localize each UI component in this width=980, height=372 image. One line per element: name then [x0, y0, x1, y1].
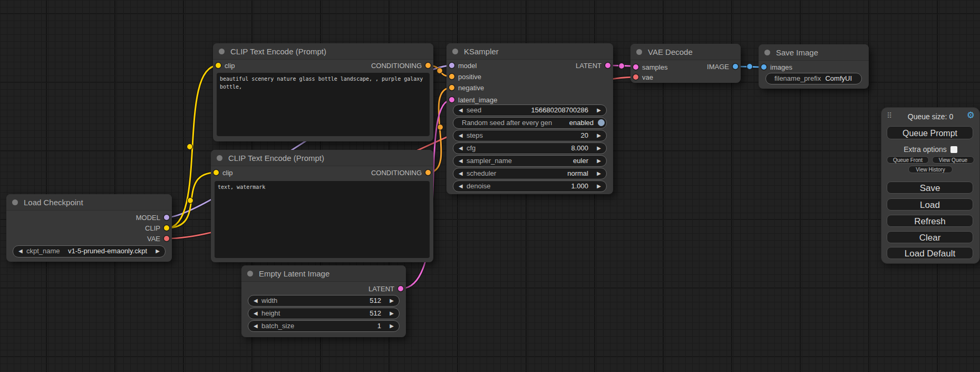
node-clip-text-encode-positive[interactable]: CLIP Text Encode (Prompt) clip CONDITION… [213, 43, 433, 141]
port-dot-conditioning[interactable] [425, 63, 431, 68]
widget-scheduler[interactable]: ◀ scheduler normal ▶ [453, 168, 607, 179]
collapse-dot-icon[interactable] [452, 49, 458, 54]
increment-arrow-icon[interactable]: ▶ [390, 295, 394, 306]
node-ksampler[interactable]: KSampler model LATENT positive negative … [447, 43, 613, 194]
decrement-arrow-icon[interactable]: ◀ [459, 168, 463, 179]
widget-value[interactable]: v1-5-pruned-emaonly.ckpt [68, 246, 147, 256]
widget-cfg[interactable]: ◀ cfg 8.000 ▶ [453, 142, 607, 154]
node-title: CLIP Text Encode (Prompt) [230, 47, 326, 56]
widget-value[interactable]: ComfyUI [825, 73, 852, 84]
node-empty-latent-image[interactable]: Empty Latent Image LATENT ◀ width 512 ▶ … [241, 265, 406, 337]
widget-ckpt-name[interactable]: ◀ ckpt_name v1-5-pruned-emaonly.ckpt ▶ [13, 245, 166, 257]
decrement-arrow-icon[interactable]: ◀ [459, 130, 463, 141]
queue-front-button[interactable]: Queue Front [887, 156, 929, 164]
node-clip-text-encode-negative[interactable]: CLIP Text Encode (Prompt) clip CONDITION… [211, 150, 433, 262]
port-dot-latent[interactable] [605, 63, 610, 68]
widget-value[interactable]: 8.000 [571, 143, 588, 154]
clear-button[interactable]: Clear [887, 231, 973, 243]
view-history-button[interactable]: View History [908, 166, 953, 173]
collapse-dot-icon[interactable] [12, 199, 18, 205]
node-load-checkpoint[interactable]: Load Checkpoint MODEL CLIP VAE ◀ ckpt_na… [6, 194, 172, 262]
port-dot-conditioning[interactable] [425, 170, 431, 175]
widget-random-seed-toggle[interactable]: Random seed after every gen enabled [453, 117, 607, 129]
decrement-arrow-icon[interactable]: ◀ [254, 295, 258, 306]
widget-steps[interactable]: ◀ steps 20 ▶ [453, 130, 607, 141]
node-title: Save Image [776, 48, 818, 57]
widget-sampler-name[interactable]: ◀ sampler_name euler ▶ [453, 155, 607, 167]
widget-value[interactable]: 1 [377, 321, 381, 331]
link-dot-latent [619, 63, 625, 69]
settings-gear-icon[interactable]: ⚙ [967, 111, 975, 120]
increment-arrow-icon[interactable]: ▶ [390, 321, 394, 331]
widget-filename-prefix[interactable]: filename_prefix ComfyUI [765, 73, 862, 84]
node-title-bar[interactable]: VAE Decode [630, 44, 741, 60]
widget-denoise[interactable]: ◀ denoise 1.000 ▶ [453, 180, 607, 192]
increment-arrow-icon[interactable]: ▶ [597, 168, 601, 179]
load-default-button[interactable]: Load Default [887, 247, 973, 259]
port-dot-clip[interactable] [164, 225, 169, 231]
node-title-bar[interactable]: Save Image [759, 44, 869, 61]
queue-prompt-button[interactable]: Queue Prompt [887, 126, 973, 139]
prompt-textarea[interactable]: beautiful scenery nature glass bottle la… [217, 73, 430, 136]
node-title-bar[interactable]: KSampler [447, 43, 613, 60]
refresh-button[interactable]: Refresh [887, 215, 973, 227]
widget-value[interactable]: 1.000 [571, 181, 588, 192]
increment-arrow-icon[interactable]: ▶ [390, 308, 394, 319]
decrement-arrow-icon[interactable]: ◀ [254, 321, 258, 331]
decrement-arrow-icon[interactable]: ◀ [459, 181, 463, 192]
collapse-dot-icon[interactable] [219, 49, 225, 54]
widget-value[interactable]: 512 [370, 295, 381, 306]
toggle-enabled-icon[interactable] [598, 119, 605, 126]
increment-arrow-icon[interactable]: ▶ [597, 143, 601, 154]
decrement-arrow-icon[interactable]: ◀ [18, 246, 23, 256]
port-dot-vae[interactable] [633, 74, 638, 80]
widget-value[interactable]: enabled [569, 118, 594, 128]
save-button[interactable]: Save [887, 182, 973, 194]
widget-value[interactable]: 20 [581, 130, 588, 141]
link-dot-negative [438, 125, 443, 130]
collapse-dot-icon[interactable] [217, 155, 222, 161]
decrement-arrow-icon[interactable]: ◀ [459, 143, 463, 154]
port-dot-latent[interactable] [398, 286, 403, 291]
port-dot-image[interactable] [761, 64, 766, 70]
node-title-bar[interactable]: Empty Latent Image [241, 265, 406, 282]
port-dot-model[interactable] [164, 215, 169, 220]
node-title-bar[interactable]: Load Checkpoint [6, 194, 172, 211]
widget-value[interactable]: normal [567, 168, 588, 179]
widget-value[interactable]: euler [573, 156, 588, 166]
port-dot-image[interactable] [733, 64, 738, 69]
port-dot-vae[interactable] [164, 236, 169, 241]
extra-options-checkbox[interactable] [950, 146, 957, 153]
node-title-bar[interactable]: CLIP Text Encode (Prompt) [213, 43, 433, 60]
collapse-dot-icon[interactable] [764, 50, 770, 55]
decrement-arrow-icon[interactable]: ◀ [254, 308, 258, 319]
node-title-bar[interactable]: CLIP Text Encode (Prompt) [211, 150, 433, 166]
port-dot-conditioning[interactable] [449, 74, 454, 79]
node-vae-decode[interactable]: VAE Decode samples IMAGE vae [630, 44, 741, 83]
increment-arrow-icon[interactable]: ▶ [597, 156, 601, 166]
port-dot-conditioning[interactable] [449, 85, 454, 90]
widget-value[interactable]: 156680208700286 [531, 105, 588, 116]
widget-seed[interactable]: ◀ seed 156680208700286 ▶ [453, 104, 607, 116]
increment-arrow-icon[interactable]: ▶ [597, 105, 601, 116]
widget-label: Random seed after every gen [462, 118, 552, 128]
node-graph-canvas[interactable]: Load Checkpoint MODEL CLIP VAE ◀ ckpt_na… [0, 0, 980, 372]
view-queue-button[interactable]: View Queue [932, 156, 974, 164]
widget-value[interactable]: 512 [370, 308, 381, 319]
collapse-dot-icon[interactable] [636, 49, 642, 55]
collapse-dot-icon[interactable] [247, 271, 253, 276]
widget-label: batch_size [261, 321, 294, 331]
increment-arrow-icon[interactable]: ▶ [156, 246, 160, 256]
decrement-arrow-icon[interactable]: ◀ [459, 105, 463, 116]
widget-batch-size[interactable]: ◀ batch_size 1 ▶ [248, 320, 400, 332]
port-dot-latent[interactable] [449, 97, 454, 102]
node-save-image[interactable]: Save Image images filename_prefix ComfyU… [759, 44, 869, 89]
decrement-arrow-icon[interactable]: ◀ [459, 156, 463, 166]
increment-arrow-icon[interactable]: ▶ [597, 130, 601, 141]
increment-arrow-icon[interactable]: ▶ [597, 181, 601, 192]
prompt-textarea[interactable]: text, watermark [215, 181, 430, 258]
port-label: IMAGE [707, 63, 729, 71]
load-button[interactable]: Load [887, 198, 973, 211]
widget-height[interactable]: ◀ height 512 ▶ [248, 308, 400, 319]
widget-width[interactable]: ◀ width 512 ▶ [248, 295, 400, 307]
